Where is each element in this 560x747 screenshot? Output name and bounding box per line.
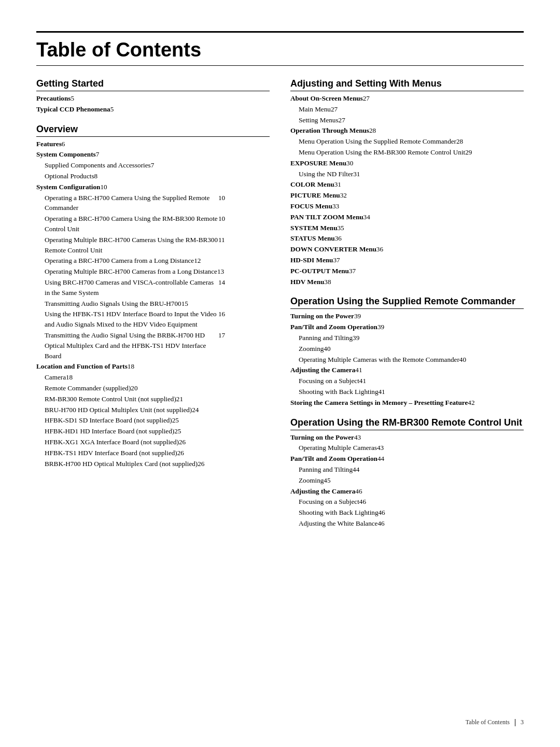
toc-page-number: 11: [218, 235, 225, 245]
toc-entry: Operation Through Menus28: [290, 125, 524, 136]
toc-entry: Menu Operation Using the Supplied Remote…: [290, 136, 524, 147]
toc-page-number: 41: [355, 365, 362, 375]
toc-page-number: 44: [353, 464, 359, 475]
toc-entry: Operating Multiple Cameras43: [290, 443, 524, 453]
toc-label: HFBK-XG1 XGA Interface Board (not suppli…: [36, 437, 179, 447]
toc-entry: System Components7: [36, 149, 270, 160]
toc-entry: Using BRC-H700 Cameras and VISCA-control…: [36, 277, 270, 298]
toc-label: Operating Multiple BRC-H700 Cameras from…: [36, 266, 217, 277]
toc-label: Camera: [36, 372, 66, 383]
toc-entry: Pan/Tilt and Zoom Operation44: [290, 454, 524, 464]
toc-label: HD-SDI Menu: [290, 255, 333, 265]
toc-entry: Panning and Tilting39: [290, 333, 524, 343]
toc-label: Shooting with Back Lighting: [290, 387, 379, 397]
toc-page-number: 6: [62, 139, 65, 149]
section-block-overview: OverviewFeatures6System Components7Suppl…: [36, 124, 270, 469]
toc-label: Using the ND Filter: [290, 169, 353, 179]
toc-page-number: 18: [128, 361, 134, 372]
toc-label: FOCUS Menu: [290, 201, 332, 212]
toc-entry: Operating a BRC-H700 Camera from a Long …: [36, 256, 270, 266]
toc-label: Main Menu: [290, 104, 331, 115]
toc-entry: Shooting with Back Lighting41: [290, 387, 524, 397]
toc-entry: HDV Menu38: [290, 277, 524, 287]
two-column-layout: Getting StartedPrecautions5Typical CCD P…: [36, 78, 524, 716]
toc-page-number: 41: [359, 376, 366, 386]
toc-page-number: 27: [331, 104, 338, 115]
toc-entry: Operating a BRC-H700 Camera Using the Su…: [36, 193, 270, 214]
toc-label: COLOR Menu: [290, 179, 334, 190]
toc-page-number: 43: [377, 443, 384, 453]
section-heading-adjusting-setting-menus: Adjusting and Setting With Menus: [290, 78, 524, 91]
toc-label: Optional Products: [36, 171, 94, 181]
toc-page-number: 40: [459, 355, 466, 365]
toc-label: Typical CCD Phenomena: [36, 104, 110, 115]
toc-label: BRU-H700 HD Optical Multiplex Unit (not …: [36, 405, 192, 415]
toc-label: STATUS Menu: [290, 233, 335, 244]
footer-page: 3: [521, 718, 524, 726]
toc-entry: Typical CCD Phenomena5: [36, 104, 270, 115]
toc-label: SYSTEM Menu: [290, 223, 338, 233]
section-block-getting-started: Getting StartedPrecautions5Typical CCD P…: [36, 78, 270, 115]
toc-page-number: 31: [353, 169, 360, 179]
footer-label: Table of Contents: [466, 718, 510, 726]
toc-label: Storing the Camera Settings in Memory – …: [290, 398, 468, 408]
toc-label: Pan/Tilt and Zoom Operation: [290, 322, 377, 332]
page: Table of Contents Getting StartedPrecaut…: [0, 0, 560, 747]
toc-page-number: 36: [376, 244, 383, 255]
toc-entry: HFBK-XG1 XGA Interface Board (not suppli…: [36, 437, 270, 447]
toc-label: Focusing on a Subject: [290, 497, 359, 507]
toc-page-number: 12: [194, 256, 201, 266]
toc-entry: COLOR Menu31: [290, 179, 524, 190]
toc-label: Setting Menus: [290, 115, 339, 125]
toc-label: System Configuration: [36, 182, 100, 192]
section-block-operation-rm-br300: Operation Using the RM-BR300 Remote Cont…: [290, 417, 524, 529]
toc-entry: Camera18: [36, 372, 270, 383]
toc-entry: Using the HFBK-TS1 HDV Interface Board t…: [36, 309, 270, 330]
toc-page-number: 46: [355, 486, 362, 497]
toc-page-number: 28: [369, 125, 376, 136]
toc-entry: DOWN CONVERTER Menu36: [290, 244, 524, 255]
toc-page-number: 16: [218, 309, 225, 319]
left-column: Getting StartedPrecautions5Typical CCD P…: [36, 78, 270, 716]
toc-page-number: 28: [456, 136, 463, 147]
toc-page-number: 36: [335, 233, 342, 244]
toc-page-number: 40: [324, 344, 330, 354]
toc-label: RM-BR300 Remote Control Unit (not suppli…: [36, 394, 176, 404]
toc-entry: Operating Multiple BRC-H700 Cameras Usin…: [36, 235, 270, 256]
toc-entry: PC-OUTPUT Menu37: [290, 266, 524, 276]
toc-label: Operating a BRC-H700 Camera Using the Su…: [36, 193, 218, 214]
toc-page-number: 27: [339, 115, 345, 125]
toc-page-number: 7: [96, 149, 100, 160]
toc-label: Zooming: [290, 475, 324, 486]
toc-label: DOWN CONVERTER Menu: [290, 244, 376, 255]
toc-label: About On-Screen Menus: [290, 93, 363, 104]
toc-entry: Main Menu27: [290, 104, 524, 115]
toc-page-number: 21: [176, 394, 183, 404]
toc-label: Operating a BRC-H700 Camera Using the RM…: [36, 214, 218, 234]
toc-page-number: 37: [333, 255, 340, 265]
toc-entry: RM-BR300 Remote Control Unit (not suppli…: [36, 394, 270, 404]
toc-page-number: 37: [349, 266, 356, 276]
toc-page-number: 46: [359, 497, 366, 507]
section-heading-operation-rm-br300: Operation Using the RM-BR300 Remote Cont…: [290, 417, 524, 430]
toc-entry: BRU-H700 HD Optical Multiplex Unit (not …: [36, 405, 270, 415]
toc-entry: Focusing on a Subject41: [290, 376, 524, 386]
toc-label: Turning on the Power: [290, 311, 354, 321]
toc-label: Adjusting the Camera: [290, 365, 355, 375]
toc-page-number: 42: [468, 398, 474, 408]
toc-label: Using BRC-H700 Cameras and VISCA-control…: [36, 277, 218, 298]
toc-entry: Setting Menus27: [290, 115, 524, 125]
toc-page-number: 46: [379, 508, 385, 518]
toc-entry: Adjusting the Camera46: [290, 486, 524, 497]
toc-entry: STATUS Menu36: [290, 233, 524, 244]
toc-entry: Location and Function of Parts18: [36, 361, 270, 372]
toc-label: PICTURE Menu: [290, 190, 340, 201]
toc-entry: Remote Commander (supplied)20: [36, 383, 270, 393]
toc-entry: EXPOSURE Menu30: [290, 158, 524, 168]
toc-label: Operating Multiple Cameras with the Remo…: [290, 355, 459, 365]
toc-label: Operating a BRC-H700 Camera from a Long …: [36, 256, 194, 266]
toc-entry: PICTURE Menu32: [290, 190, 524, 201]
toc-label: Operating Multiple Cameras: [290, 443, 377, 453]
toc-label: PAN TILT ZOOM Menu: [290, 212, 363, 222]
toc-label: Location and Function of Parts: [36, 361, 128, 372]
